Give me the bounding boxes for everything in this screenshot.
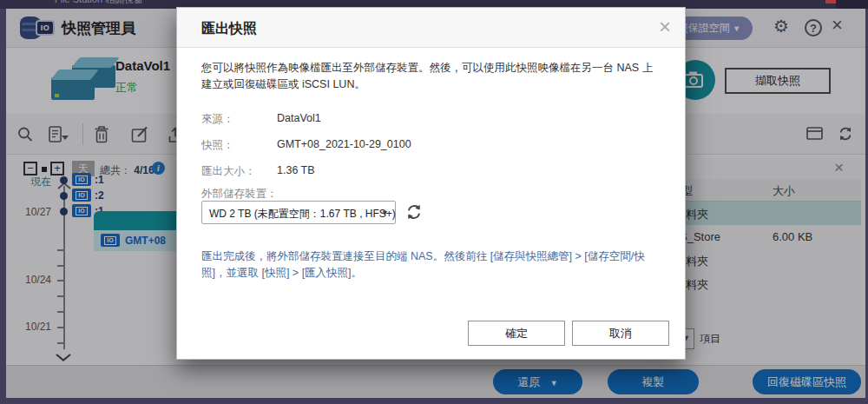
external-device-label: 外部儲存裝置： — [201, 187, 278, 202]
dialog-close-icon[interactable]: × — [659, 15, 671, 39]
snapshot-label: 快照： — [201, 138, 234, 153]
background-window-title: File Station 相關視窗 — [55, 0, 143, 6]
source-label: 來源： — [201, 112, 234, 127]
snapshot-value: GMT+08_2021-10-29_0100 — [277, 138, 411, 150]
refresh-devices-icon[interactable] — [404, 202, 424, 225]
external-device-selected-value: WD 2 TB (未配置空間：1.67 TB , HFS+) — [209, 207, 396, 222]
export-size-label: 匯出大小： — [201, 164, 256, 179]
dialog-titlebar: 匯出快照 × — [177, 8, 685, 48]
chevron-down-icon: ▼ — [381, 209, 389, 217]
screen: File Station 相關視窗 IO 快照管理員 快照保證空間 ▼ ⚙ ? … — [0, 0, 868, 404]
export-size-value: 1.36 TB — [277, 164, 315, 176]
export-snapshot-dialog: 匯出快照 × 您可以將快照作為映像檔匯出至外部儲存裝置。然後，可以使用此快照映像… — [176, 7, 686, 360]
dialog-title: 匯出快照 — [201, 20, 257, 38]
source-value: DataVol1 — [277, 112, 321, 124]
desktop-corner-fragment — [836, 0, 868, 9]
ok-button[interactable]: 確定 — [468, 321, 565, 346]
dialog-note: 匯出完成後，將外部儲存裝置連接至目的端 NAS。然後前往 [儲存與快照總管] >… — [201, 248, 663, 282]
cancel-button[interactable]: 取消 — [572, 321, 669, 346]
external-device-select[interactable]: WD 2 TB (未配置空間：1.67 TB , HFS+) ▼ — [201, 201, 396, 224]
dialog-description: 您可以將快照作為映像檔匯出至外部儲存裝置。然後，可以使用此快照映像檔在另一台 N… — [201, 60, 663, 94]
